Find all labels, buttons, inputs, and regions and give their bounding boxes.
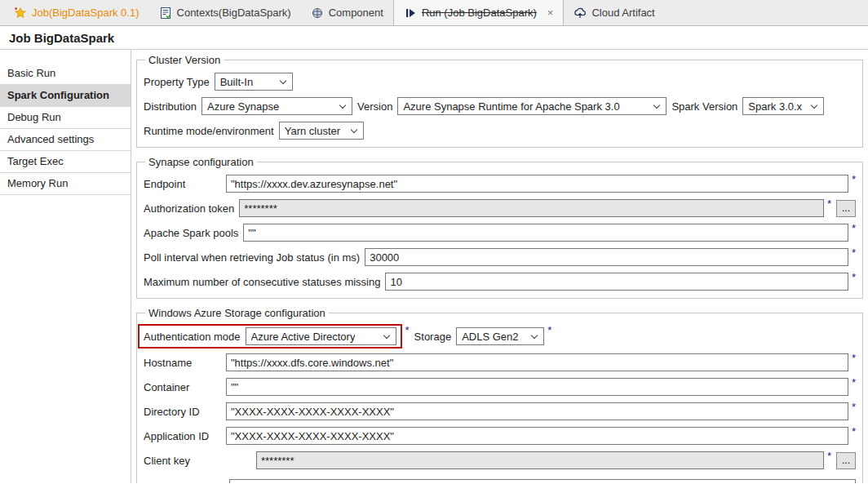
runtime-mode-select[interactable]: Yarn cluster <box>279 122 364 140</box>
chevron-down-icon <box>811 101 817 108</box>
deployment-blob-input[interactable] <box>229 479 856 483</box>
storage-label: Storage <box>414 331 452 343</box>
chevron-down-icon <box>339 101 346 108</box>
required-marker: * <box>852 352 856 364</box>
group-synapse-configuration: Synapse configuration Endpoint * Authori… <box>136 156 863 299</box>
run-view-sidebar: Basic Run Spark Configuration Debug Run … <box>0 50 131 483</box>
sidebar-item-memory-run[interactable]: Memory Run <box>0 173 131 195</box>
spark-version-value: Spark 3.0.x <box>748 100 802 113</box>
annotation-highlight: Authentication mode Azure Active Directo… <box>138 324 402 349</box>
authentication-mode-select[interactable]: Azure Active Directory <box>246 327 396 345</box>
authentication-mode-label: Authentication mode <box>144 331 241 343</box>
page-title: Job BigDataSpark <box>9 31 114 45</box>
poll-interval-label: Poll interval when retrieving Job status… <box>144 251 360 264</box>
required-marker: * <box>852 173 856 185</box>
client-key-input[interactable] <box>256 451 824 469</box>
tab-cloud-artifact[interactable]: Cloud Artifact <box>564 0 664 25</box>
property-type-row: Property Type Built-In <box>144 73 856 91</box>
container-row: Container * <box>144 378 856 396</box>
required-marker: * <box>852 246 856 259</box>
poll-interval-input[interactable] <box>365 248 848 266</box>
directory-id-label: Directory ID <box>144 406 221 418</box>
authorization-token-ellipsis-button[interactable]: ... <box>836 200 856 217</box>
max-statuses-input[interactable] <box>385 273 848 291</box>
distribution-value: Azure Synapse <box>207 100 279 113</box>
storage-select[interactable]: ADLS Gen2 <box>456 327 544 345</box>
chevron-down-icon <box>531 331 538 338</box>
required-marker: * <box>852 271 856 283</box>
group-cluster-version: Cluster Version Property Type Built-In D… <box>136 54 863 148</box>
tab-label: Cloud Artifact <box>591 7 654 19</box>
endpoint-input[interactable] <box>226 175 848 193</box>
max-statuses-row: Maximum number of consecutive statuses m… <box>144 273 856 291</box>
property-type-label: Property Type <box>144 76 210 88</box>
required-marker: * <box>405 324 410 336</box>
container-label: Container <box>144 381 221 393</box>
spark-pools-label: Apache Spark pools <box>144 227 238 239</box>
client-key-row: Client key * ... <box>144 451 856 469</box>
directory-id-input[interactable] <box>226 402 848 420</box>
component-icon <box>311 7 324 20</box>
application-id-label: Application ID <box>144 430 221 442</box>
cloud-icon <box>574 7 587 20</box>
endpoint-label: Endpoint <box>144 178 221 190</box>
hostname-input[interactable] <box>226 353 848 371</box>
endpoint-row: Endpoint * <box>144 175 856 193</box>
storage-value: ADLS Gen2 <box>462 331 518 343</box>
runtime-mode-value: Yarn cluster <box>285 125 340 137</box>
tab-contexts[interactable]: Contexts(BigDataSpark) <box>149 0 301 25</box>
deployment-blob-label: Deployment Blob <box>144 482 224 484</box>
sidebar-item-target-exec[interactable]: Target Exec <box>0 151 131 173</box>
star-icon <box>14 7 27 20</box>
contexts-icon <box>159 7 172 20</box>
chevron-down-icon <box>279 77 286 83</box>
tab-job-designer[interactable]: Job(BigDataSpark 0.1) <box>4 0 149 25</box>
version-select[interactable]: Azure Synapse Runtime for Apache Spark 3… <box>397 97 666 115</box>
sidebar-item-basic-run[interactable]: Basic Run <box>0 63 131 85</box>
runtime-mode-label: Runtime mode/environment <box>144 125 274 137</box>
required-marker: * <box>852 376 856 389</box>
poll-interval-row: Poll interval when retrieving Job status… <box>144 248 856 266</box>
chevron-down-icon <box>653 101 660 108</box>
hostname-label: Hostname <box>144 357 221 369</box>
sidebar-item-debug-run[interactable]: Debug Run <box>0 107 131 129</box>
editor-tabbar: Job(BigDataSpark 0.1) Contexts(BigDataSp… <box>0 0 868 26</box>
group-title: Cluster Version <box>145 54 224 66</box>
property-type-select[interactable]: Built-In <box>215 73 293 91</box>
tab-component[interactable]: Component <box>301 0 393 25</box>
sidebar-item-spark-configuration[interactable]: Spark Configuration <box>0 85 131 107</box>
max-statuses-label: Maximum number of consecutive statuses m… <box>144 276 380 288</box>
close-icon[interactable]: × <box>547 7 554 18</box>
distribution-select[interactable]: Azure Synapse <box>202 97 352 115</box>
directory-id-row: Directory ID * <box>144 402 856 420</box>
tab-run[interactable]: Run (Job BigDataSpark) × <box>393 0 565 25</box>
authorization-token-row: Authorization token * ... <box>144 199 856 217</box>
sidebar-item-advanced-settings[interactable]: Advanced settings <box>0 129 131 151</box>
authentication-mode-row: Authentication mode Azure Active Directo… <box>144 326 856 347</box>
content: Basic Run Spark Configuration Debug Run … <box>0 50 868 483</box>
run-icon <box>404 7 417 20</box>
page-header: Job BigDataSpark <box>0 26 868 50</box>
version-label: Version <box>357 100 392 113</box>
chevron-down-icon <box>383 331 389 338</box>
client-key-ellipsis-button[interactable]: ... <box>836 452 856 469</box>
tab-label: Component <box>329 7 383 19</box>
property-type-value: Built-In <box>220 76 253 88</box>
deployment-blob-row: Deployment Blob <box>144 479 856 483</box>
application-id-row: Application ID * <box>144 427 856 445</box>
spark-version-select[interactable]: Spark 3.0.x <box>742 97 824 115</box>
application-id-input[interactable] <box>226 427 848 445</box>
tab-label: Contexts(BigDataSpark) <box>177 7 291 19</box>
authorization-token-input[interactable] <box>239 199 824 217</box>
version-value: Azure Synapse Runtime for Apache Spark 3… <box>403 100 619 113</box>
hostname-row: Hostname * <box>144 353 856 371</box>
spark-pools-input[interactable] <box>243 224 848 242</box>
container-input[interactable] <box>226 378 848 396</box>
distribution-label: Distribution <box>144 100 197 113</box>
required-marker: * <box>827 450 831 462</box>
required-marker: * <box>547 324 551 336</box>
group-title: Windows Azure Storage configuration <box>145 307 329 319</box>
group-azure-storage-configuration: Windows Azure Storage configuration Auth… <box>136 307 863 483</box>
required-marker: * <box>827 198 831 210</box>
required-marker: * <box>852 425 856 437</box>
